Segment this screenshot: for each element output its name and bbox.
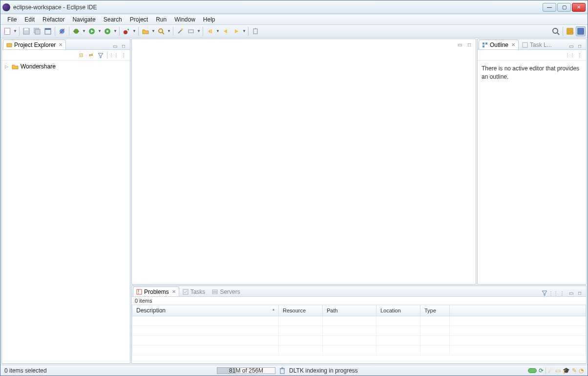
nav-fwd-button[interactable] — [231, 26, 241, 36]
outline-body: There is no active editor that provides … — [478, 61, 586, 85]
new-dropdown[interactable]: ▼ — [13, 29, 17, 33]
toggle-dropdown[interactable]: ▼ — [197, 29, 201, 33]
svg-point-20 — [181, 28, 183, 30]
menu-window[interactable]: Window — [170, 15, 199, 24]
terminal-button[interactable] — [43, 26, 53, 36]
tab-close-icon[interactable]: ✕ — [59, 42, 63, 47]
save-all-button[interactable] — [32, 26, 42, 36]
outline-focus-button[interactable]: ⋮⋮ — [567, 52, 573, 59]
open-perspective-button[interactable]: + — [565, 26, 575, 36]
project-explorer-toolbar: ⊟ ⇄ ⋮⋮ ⋮ — [2, 50, 130, 61]
heap-status[interactable]: 81M of 256M — [217, 367, 275, 374]
trim-icon-2[interactable]: ▭ — [555, 367, 561, 374]
servers-tab[interactable]: Servers — [209, 287, 243, 296]
col-type[interactable]: Type — [420, 305, 450, 316]
filter-button[interactable] — [97, 52, 104, 59]
project-explorer-body[interactable]: ▷ Wondershare — [2, 61, 130, 363]
maximize-view-button[interactable]: □ — [120, 43, 127, 49]
pin-button[interactable] — [251, 26, 260, 36]
view-dropdown-button[interactable]: ⋮ — [120, 52, 127, 59]
menu-run[interactable]: Run — [152, 15, 170, 24]
view-menu-button[interactable]: ⋮⋮ — [110, 52, 117, 59]
col-path[interactable]: Path — [323, 305, 377, 316]
outline-minimize-button[interactable]: ▭ — [567, 43, 574, 49]
menu-edit[interactable]: Edit — [21, 15, 39, 24]
java-perspective-button[interactable] — [576, 26, 586, 36]
expand-icon[interactable]: ▷ — [5, 64, 10, 69]
wand-button[interactable] — [175, 26, 185, 36]
svg-rect-14 — [106, 30, 108, 32]
toolbar-separator — [203, 27, 203, 36]
maximize-button[interactable]: ▢ — [557, 3, 571, 12]
tree-item-wondershare[interactable]: ▷ Wondershare — [4, 63, 128, 70]
nav-last-dropdown[interactable]: ▼ — [216, 29, 220, 33]
skip-breakpoints-button[interactable] — [57, 26, 67, 36]
nav-last-button[interactable] — [205, 26, 215, 36]
heap-label: 81M of 256M — [229, 367, 263, 374]
editor-minimize-button[interactable]: ▭ — [456, 41, 463, 48]
search-dropdown[interactable]: ▼ — [167, 29, 171, 33]
minimize-button[interactable]: — — [543, 3, 556, 12]
task-list-tab[interactable]: Task L... — [519, 40, 555, 49]
project-explorer-tab[interactable]: Project Explorer ✕ — [3, 40, 66, 49]
nav-back-button[interactable] — [221, 26, 231, 36]
sort-indicator-icon: ▴ — [273, 307, 274, 311]
progress-pill-icon[interactable] — [528, 368, 537, 373]
debug-button[interactable] — [71, 26, 81, 36]
col-description[interactable]: Description▴ — [132, 305, 279, 316]
trim-icon-3[interactable]: 🎓 — [563, 367, 570, 374]
close-button[interactable]: ✕ — [572, 3, 586, 12]
outline-tab[interactable]: Outline ✕ — [479, 40, 519, 49]
nav-fwd-dropdown[interactable]: ▼ — [242, 29, 246, 33]
collapse-all-button[interactable]: ⊟ — [78, 52, 84, 59]
open-type-button[interactable] — [141, 26, 150, 36]
tasks-tab[interactable]: Tasks — [179, 287, 209, 296]
col-empty[interactable] — [450, 305, 586, 316]
menu-file[interactable]: File — [3, 15, 21, 24]
run-dropdown[interactable]: ▼ — [98, 29, 102, 33]
coverage-button[interactable] — [103, 26, 112, 36]
run-button[interactable] — [87, 26, 97, 36]
menu-search[interactable]: Search — [100, 15, 126, 24]
svg-marker-16 — [127, 29, 129, 31]
trim-icon-4[interactable]: ✎ — [572, 367, 577, 374]
col-resource[interactable]: Resource — [279, 305, 323, 316]
svg-rect-42 — [280, 369, 284, 374]
menu-project[interactable]: Project — [126, 15, 152, 24]
minimize-view-button[interactable]: ▭ — [111, 43, 118, 49]
svg-rect-3 — [35, 29, 40, 34]
problems-tab[interactable]: ! Problems ✕ — [133, 287, 179, 296]
menu-help[interactable]: Help — [199, 15, 219, 24]
quick-access-search-icon[interactable] — [551, 26, 561, 36]
toggle-button[interactable] — [186, 26, 196, 36]
svg-point-17 — [159, 29, 163, 33]
outline-menu-button[interactable]: ⋮ — [576, 52, 583, 59]
editor-maximize-button[interactable]: □ — [466, 41, 473, 48]
servers-icon — [212, 289, 218, 295]
external-tools-dropdown[interactable]: ▼ — [132, 29, 136, 33]
main-toolbar: ▼ ▼ ▼ ▼ ▼ ▼ ▼ ▼ ▼ ▼ + — [0, 25, 588, 38]
save-button[interactable] — [21, 26, 31, 36]
external-tools-button[interactable] — [122, 26, 131, 36]
tab-close-icon[interactable]: ✕ — [511, 42, 515, 47]
coverage-dropdown[interactable]: ▼ — [113, 29, 117, 33]
status-selection: 0 items selected — [4, 367, 47, 374]
col-location[interactable]: Location — [377, 305, 420, 316]
trim-icon-5[interactable]: ◔ — [579, 367, 584, 374]
menu-refactor[interactable]: Refactor — [39, 15, 68, 24]
debug-dropdown[interactable]: ▼ — [82, 29, 86, 33]
new-button[interactable] — [2, 26, 12, 36]
trim-icon-1[interactable]: ☄ — [548, 367, 553, 374]
outline-view: Outline ✕ Task L... ▭ □ ⋮⋮ ⋮ There is no… — [477, 39, 587, 285]
menu-navigate[interactable]: Navigate — [68, 15, 99, 24]
editor-area[interactable]: ▭ □ — [131, 39, 476, 285]
separator — [546, 367, 546, 374]
search-button[interactable] — [156, 26, 166, 36]
sync-icon[interactable]: ⟳ — [539, 367, 544, 374]
outline-maximize-button[interactable]: □ — [576, 43, 583, 49]
open-type-dropdown[interactable]: ▼ — [151, 29, 155, 33]
project-explorer-tab-label: Project Explorer — [14, 42, 56, 48]
gc-button[interactable] — [279, 367, 285, 374]
tab-close-icon[interactable]: ✕ — [172, 289, 176, 294]
link-editor-button[interactable]: ⇄ — [87, 52, 94, 59]
